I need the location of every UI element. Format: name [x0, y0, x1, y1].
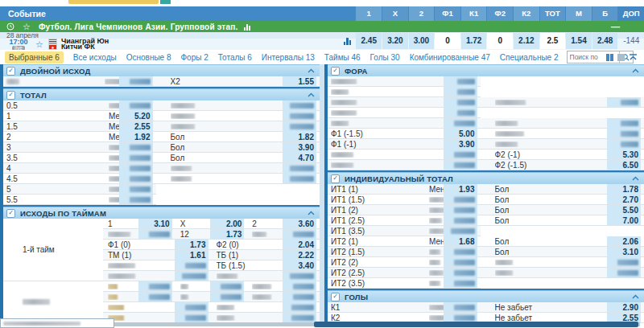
odds-cell-9[interactable]: 2.48 — [592, 33, 618, 49]
tab-1[interactable]: Все исходы — [73, 53, 117, 62]
outcome-row — [103, 302, 320, 313]
odds-value[interactable]: 1.73 — [175, 240, 208, 249]
odds-cell-7[interactable]: 2.5 — [540, 33, 566, 49]
collapse-all-icon[interactable] — [629, 54, 638, 60]
tab-7[interactable]: Голы 30 — [370, 53, 400, 62]
column-header-К2[interactable]: К2 — [514, 6, 539, 21]
odds-value[interactable]: 1.73 — [210, 229, 244, 239]
tab-2[interactable]: Основные 8 — [126, 53, 171, 62]
left-column-scrollbar[interactable] — [0, 64, 3, 323]
odds-value[interactable]: 1.68 — [444, 236, 477, 246]
tab-8[interactable]: Комбинированные 47 — [410, 53, 490, 62]
odds-value[interactable]: 1.82 — [283, 132, 316, 141]
checkbox-icon[interactable]: ✓ — [331, 293, 340, 301]
two-columns-view-icon[interactable] — [606, 54, 614, 61]
odds-value — [444, 87, 477, 96]
stats-icon[interactable] — [244, 23, 251, 31]
collapse-section-icon[interactable] — [632, 68, 639, 73]
odds-value[interactable]: 5.20 — [119, 111, 153, 121]
column-header-ДОП[interactable]: ДОП — [618, 6, 644, 21]
collapse-section-icon[interactable] — [632, 294, 639, 299]
outcome-row: ТМ (1)1.61ТБ (1)2.22 — [103, 250, 320, 260]
outcome-cell-group: Бол1.78 — [481, 184, 644, 195]
checkbox-icon[interactable]: ✓ — [6, 91, 15, 100]
column-header-К1[interactable]: К1 — [461, 6, 487, 21]
checkbox-icon[interactable]: ✓ — [331, 174, 340, 183]
column-header-Б[interactable]: Б — [592, 6, 618, 21]
tab-9[interactable]: Специальные 2 — [500, 53, 559, 62]
checkbox-icon[interactable]: ✓ — [6, 209, 15, 218]
checkbox-icon[interactable]: ✓ — [331, 67, 340, 76]
odds-cell-6[interactable]: 2.12 — [514, 33, 539, 49]
clock-icon — [6, 23, 14, 31]
right-column-scrollbar[interactable] — [324, 64, 328, 323]
favorite-match-icon[interactable]: ☆ — [35, 39, 43, 50]
collapse-section-icon[interactable] — [308, 68, 315, 73]
odds-cell-1[interactable]: 3.20 — [382, 33, 408, 49]
column-header-1[interactable]: 1 — [356, 6, 382, 21]
odds-value[interactable]: 6.50 — [607, 160, 641, 170]
odds-value[interactable]: 3.10 — [138, 219, 172, 228]
section-title: ИНДИВИДУАЛЬНЫЙ ТОТАЛ — [345, 174, 453, 183]
odds-value[interactable]: 1.55 — [283, 76, 316, 86]
odds-value[interactable]: 2.70 — [607, 195, 641, 204]
outcome-label — [180, 294, 211, 300]
tab-4[interactable]: Тоталы 6 — [218, 53, 252, 62]
outcome-label: Бол — [495, 216, 608, 225]
blurred-odds — [293, 232, 314, 237]
odds-value[interactable]: 2.90 — [607, 302, 641, 312]
odds-value[interactable]: 1.61 — [175, 250, 208, 260]
odds-cell-0[interactable]: 2.45 — [356, 33, 382, 49]
odds-value[interactable]: 5.50 — [607, 205, 641, 215]
column-header-Ф2[interactable]: Ф2 — [487, 6, 513, 21]
one-column-view-icon[interactable] — [617, 54, 625, 61]
collapse-league-icon[interactable]: — — [611, 22, 620, 31]
odds-value[interactable]: 5.30 — [607, 150, 641, 159]
column-header-ТОТ[interactable]: ТОТ — [540, 6, 566, 21]
odds-cell-3[interactable]: 0 — [435, 33, 460, 49]
odds-value[interactable]: 2.00 — [210, 219, 244, 228]
odds-cell-5[interactable]: 0 — [487, 33, 513, 49]
odds-value[interactable]: 2.06 — [607, 236, 641, 246]
blurred-odds — [454, 162, 475, 168]
odds-value[interactable]: 2.22 — [283, 250, 316, 260]
odds-value[interactable]: 4.70 — [283, 153, 316, 162]
odds-value[interactable]: 3.40 — [283, 260, 316, 270]
tab-0[interactable]: Выбранные 6 — [5, 51, 64, 64]
collapse-section-icon[interactable] — [308, 211, 315, 215]
outcome-row — [324, 97, 644, 108]
odds-value[interactable]: 1.93 — [444, 184, 477, 194]
odds-cell-2[interactable]: 3.00 — [409, 33, 435, 49]
odds-value[interactable]: 2.04 — [283, 240, 316, 249]
odds-value[interactable]: 5.00 — [444, 129, 477, 138]
odds-value[interactable]: 1.78 — [607, 184, 641, 194]
odds-value[interactable]: 7.00 — [607, 215, 641, 225]
tab-3[interactable]: Форы 2 — [181, 53, 208, 62]
odds-value[interactable]: 3.90 — [283, 142, 316, 152]
odds-value[interactable]: 3.10 — [607, 247, 641, 256]
horizontal-scrollbar-thumb[interactable] — [314, 322, 638, 327]
odds-value[interactable]: 1.92 — [119, 132, 153, 141]
favorite-league-icon[interactable]: ☆ — [23, 21, 31, 32]
league-bar[interactable]: ☆ Футбол. Лига Чемпионов Азии. Групповой… — [0, 21, 644, 32]
outcome-pair — [212, 302, 320, 313]
tab-5[interactable]: Интервалы 13 — [262, 53, 315, 62]
collapse-section-icon[interactable] — [632, 176, 639, 181]
odds-cell-4[interactable]: 1.72 — [461, 33, 487, 49]
odds-value[interactable]: 3.90 — [444, 139, 477, 149]
odds-value[interactable]: 3.60 — [283, 219, 316, 228]
outcome-row: 5 — [0, 184, 320, 195]
column-header-М[interactable]: М — [566, 6, 592, 21]
tab-6[interactable]: Таймы 46 — [324, 53, 361, 62]
checkbox-icon[interactable]: ✓ — [6, 67, 15, 76]
odds-cell-8[interactable]: 1.54 — [566, 33, 592, 49]
outcome-label — [495, 100, 608, 105]
column-header-2[interactable]: 2 — [409, 6, 435, 21]
odds-value — [444, 97, 477, 107]
odds-value[interactable]: 2.55 — [119, 121, 153, 131]
match-stats-icon[interactable] — [344, 37, 353, 45]
collapse-section-icon[interactable] — [308, 92, 315, 97]
column-header-Ф1[interactable]: Ф1 — [435, 6, 460, 21]
column-header-X[interactable]: X — [382, 6, 408, 21]
odds-cell-10[interactable]: -144 — [618, 33, 644, 49]
